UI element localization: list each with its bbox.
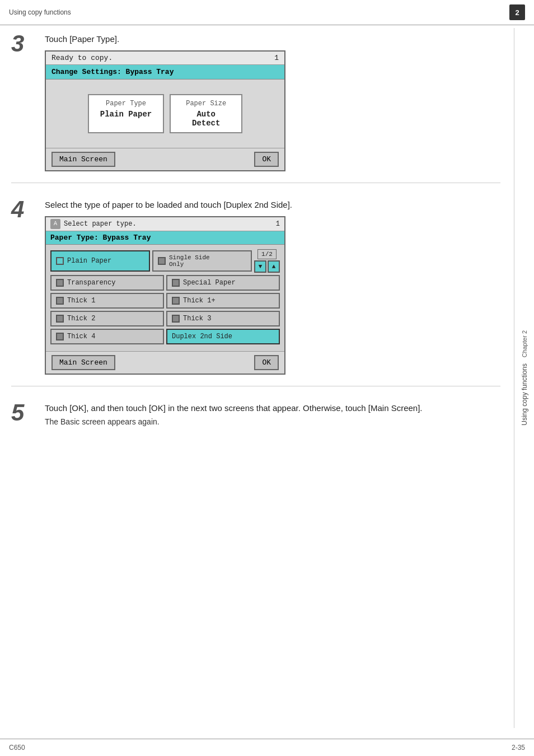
- page-indicator: 1/2: [257, 249, 277, 259]
- plain-paper-button[interactable]: Plain Paper: [50, 250, 150, 272]
- step-4-content: Select the type of paper to be loaded an…: [45, 200, 500, 375]
- nav-up-button[interactable]: ▲: [268, 260, 280, 273]
- top-bar: Using copy functions 2: [0, 0, 534, 25]
- thick4-indicator: [56, 333, 64, 340]
- thick2-label: Thick 2: [67, 315, 95, 323]
- thick4-button[interactable]: Thick 4: [50, 329, 164, 344]
- thick1plus-label: Thick 1+: [183, 297, 216, 305]
- plain-paper-indicator: [56, 257, 64, 265]
- step-5-content: Touch [OK], and then touch [OK] in the n…: [45, 403, 500, 426]
- step4-status-text: Select paper type.: [64, 220, 137, 228]
- step-5-number: 5: [11, 401, 45, 426]
- transparency-button[interactable]: Transparency: [50, 275, 164, 291]
- paper-row-3: Thick 1 Thick 1+: [50, 293, 280, 309]
- step3-screen-body: Paper Type Plain Paper Paper Size AutoDe…: [46, 80, 284, 148]
- step4-title-bar: Paper Type: Bypass Tray: [46, 231, 284, 245]
- transparency-label: Transparency: [67, 279, 115, 287]
- paper-row-2: Transparency Special Paper: [50, 275, 280, 291]
- step3-title-bar: Change Settings: Bypass Tray: [46, 65, 284, 80]
- step3-copy-count: 1: [274, 54, 279, 62]
- bottom-bar: C650 2-35: [0, 739, 534, 756]
- step4-ok-button[interactable]: OK: [254, 355, 279, 370]
- special-paper-button[interactable]: Special Paper: [166, 275, 280, 291]
- chapter-label: Chapter 2: [521, 330, 528, 357]
- step-5-instruction: Touch [OK], and then touch [OK] in the n…: [45, 403, 500, 413]
- step4-screen-footer: Main Screen OK: [46, 351, 284, 374]
- nav-buttons: ▼ ▲: [254, 260, 280, 273]
- step3-screen: Ready to copy. 1 Change Settings: Bypass…: [45, 50, 285, 171]
- footer-left: C650: [9, 744, 25, 752]
- paper-row-1: Plain Paper Single SideOnly 1/2 ▼ ▲: [50, 249, 280, 273]
- paper-type-box[interactable]: Paper Type Plain Paper: [88, 94, 164, 133]
- thick3-label: Thick 3: [183, 315, 211, 323]
- step-5-sub-text: The Basic screen appears again.: [45, 417, 500, 426]
- paper-size-box[interactable]: Paper Size AutoDetect: [170, 94, 242, 133]
- thick1-indicator: [56, 297, 64, 305]
- paper-row-5: Thick 4 Duplex 2nd Side: [50, 329, 280, 344]
- main-content: 3 Touch [Paper Type]. Ready to copy. 1 C…: [0, 25, 512, 446]
- nav-down-button[interactable]: ▼: [254, 260, 266, 273]
- step4-copy-count: 1: [276, 220, 280, 228]
- thick4-label: Thick 4: [67, 333, 95, 340]
- step4-screen: A Select paper type. 1 Paper Type: Bypas…: [45, 216, 285, 375]
- step-3-section: 3 Touch [Paper Type]. Ready to copy. 1 C…: [11, 34, 500, 183]
- step3-status-text: Ready to copy.: [51, 54, 113, 62]
- single-side-indicator: [158, 257, 166, 265]
- step3-paper-type-row: Paper Type Plain Paper Paper Size AutoDe…: [51, 85, 279, 142]
- step-3-instruction: Touch [Paper Type].: [45, 34, 500, 44]
- single-side-label: Single SideOnly: [169, 254, 210, 268]
- footer-right: 2-35: [512, 744, 525, 752]
- step4-screen-body: Plain Paper Single SideOnly 1/2 ▼ ▲: [46, 245, 284, 351]
- step4-header-icon: A: [50, 219, 60, 229]
- step-4-section: 4 Select the type of paper to be loaded …: [11, 200, 500, 386]
- step3-ok-button[interactable]: OK: [254, 152, 279, 167]
- paper-row-1-left: Plain Paper Single SideOnly: [50, 250, 252, 272]
- paper-type-label: Paper Type: [100, 100, 152, 108]
- thick3-indicator: [172, 315, 180, 323]
- thick1-button[interactable]: Thick 1: [50, 293, 164, 309]
- paper-row-4: Thick 2 Thick 3: [50, 311, 280, 326]
- section-label: Using copy functions: [9, 8, 71, 16]
- step4-screen-header: A Select paper type. 1: [46, 217, 284, 231]
- step3-screen-header: Ready to copy. 1: [46, 52, 284, 65]
- step-4-number: 4: [11, 198, 45, 375]
- step-3-number: 3: [11, 32, 45, 171]
- step-4-instruction: Select the type of paper to be loaded an…: [45, 200, 500, 209]
- thick3-button[interactable]: Thick 3: [166, 311, 280, 326]
- thick2-indicator: [56, 315, 64, 323]
- sidebar-section-label: Using copy functions: [521, 363, 528, 426]
- step-5-section: 5 Touch [OK], and then touch [OK] in the…: [11, 403, 500, 426]
- thick2-button[interactable]: Thick 2: [50, 311, 164, 326]
- step3-main-screen-button[interactable]: Main Screen: [51, 152, 115, 167]
- chapter-badge: 2: [509, 4, 525, 20]
- thick1plus-button[interactable]: Thick 1+: [166, 293, 280, 309]
- page-nav-block: 1/2 ▼ ▲: [254, 249, 280, 273]
- thick1plus-indicator: [172, 297, 180, 305]
- plain-paper-label: Plain Paper: [67, 257, 111, 265]
- transparency-indicator: [56, 279, 64, 287]
- duplex-2nd-side-button[interactable]: Duplex 2nd Side: [166, 329, 280, 344]
- thick1-label: Thick 1: [67, 297, 95, 305]
- single-side-button[interactable]: Single SideOnly: [152, 250, 252, 272]
- step-3-content: Touch [Paper Type]. Ready to copy. 1 Cha…: [45, 34, 500, 171]
- special-paper-label: Special Paper: [183, 279, 236, 287]
- duplex-label: Duplex 2nd Side: [172, 333, 232, 340]
- paper-size-value: AutoDetect: [182, 110, 230, 128]
- step3-screen-footer: Main Screen OK: [46, 148, 284, 170]
- paper-size-label: Paper Size: [182, 100, 230, 108]
- paper-type-value: Plain Paper: [100, 110, 152, 119]
- right-sidebar: Chapter 2 Using copy functions: [514, 28, 534, 728]
- special-paper-indicator: [172, 279, 180, 287]
- step4-main-screen-button[interactable]: Main Screen: [51, 355, 115, 370]
